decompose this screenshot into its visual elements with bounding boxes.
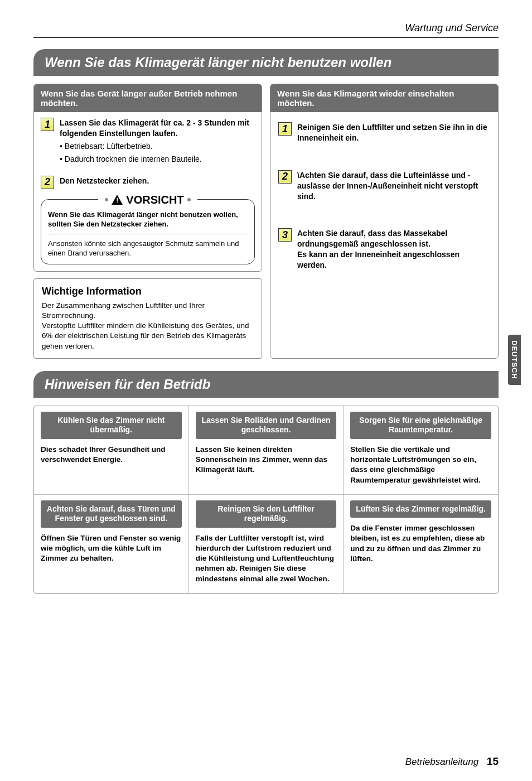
tip-body: Öffnen Sie Türen und Fenster so wenig wi… (41, 533, 182, 564)
tip-cell: Sorgen Sie für eine gleichmäßige Raumtem… (343, 406, 498, 494)
tip-header: Sorgen Sie für eine gleichmäßige Raumtem… (350, 412, 491, 439)
left-column: Wenn Sie das Gerät länger außer Betrieb … (33, 84, 262, 359)
left-card: Wenn Sie das Gerät länger außer Betrieb … (33, 84, 262, 272)
right-step-2: 2 \Achten Sie darauf, dass die Lufteinlä… (270, 160, 498, 219)
section1-columns: Wenn Sie das Gerät länger außer Betrieb … (33, 84, 499, 359)
left-step-1: 1 Lassen Sie das Klimagerät für ca. 2 - … (34, 112, 262, 170)
warning-triangle-icon (112, 195, 123, 205)
footer-label: Betriebsanleitung (405, 756, 478, 767)
caution-bold: Wenn Sie das Klimagerät länger nicht ben… (48, 210, 248, 229)
left-step-2-body: Den Netzstecker ziehen. (60, 176, 149, 186)
tip-cell: Achten Sie darauf, dass Türen und Fenste… (34, 495, 188, 593)
caution-title: VORSICHT (98, 192, 197, 208)
right-card-header: Wenn Sie das Klimagerät wieder einschalt… (270, 84, 498, 112)
info-title: Wichtige Information (42, 286, 254, 297)
info-p1: Der Zusammenhang zwischen Luftfilter und… (42, 301, 254, 321)
tip-body: Dies schadet Ihrer Gesundheit und versch… (41, 445, 182, 465)
right-step-2-body: \Achten Sie darauf, dass die Lufteinläss… (297, 170, 490, 202)
tip-body: Da die Fenster immer geschlossen bleiben… (350, 523, 491, 564)
tip-body: Lassen Sie keinen direkten Sonnenschein … (196, 445, 337, 475)
left-step-2: 2 Den Netzstecker ziehen. (34, 170, 262, 195)
step-number-icon: 2 (278, 170, 292, 184)
caution-title-wrap: VORSICHT (41, 192, 254, 208)
info-p2: Verstopfte Luftfilter mindern die Kühlle… (42, 321, 254, 351)
caution-text: Ansonsten könnte sich angesaugter Schmut… (48, 239, 248, 258)
left-step-1-title: Lassen Sie das Klimagerät für ca. 2 - 3 … (60, 118, 255, 139)
tip-body: Falls der Luftfilter verstopft ist, wird… (196, 533, 337, 584)
tip-header: Kühlen Sie das Zimmer nicht übermäßig. (41, 412, 182, 439)
tip-header: Reinigen Sie den Luftfilter regelmäßig. (196, 500, 337, 528)
left-step-1-bullet-1: • Betriebsart: Lüfterbetrieb. (60, 141, 255, 152)
left-step-1-body: Lassen Sie das Klimagerät für ca. 2 - 3 … (60, 118, 255, 165)
tip-cell: Lassen Sie Rolläden und Gardinen geschlo… (188, 406, 344, 494)
caution-label: VORSICHT (126, 192, 183, 208)
right-step-2-text: \Achten Sie darauf, dass die Lufteinläss… (297, 170, 490, 202)
caution-box: VORSICHT Wenn Sie das Klimagerät länger … (41, 199, 255, 264)
language-tab: DEUTSCH (508, 335, 521, 385)
table-row: Kühlen Sie das Zimmer nicht übermäßig. D… (34, 406, 498, 494)
header-rule: Wartung und Service (33, 22, 499, 38)
divider (48, 234, 248, 234)
info-card: Wichtige Information Der Zusammenhang zw… (33, 278, 262, 359)
page-number: 15 (487, 755, 499, 767)
tip-body: Stellen Sie die vertikale und horizontal… (350, 445, 491, 485)
footer: Betriebsanleitung 15 (405, 755, 499, 768)
step-number-icon: 1 (278, 122, 292, 136)
dot-icon (105, 198, 108, 201)
dot-icon (187, 198, 191, 201)
section2-title: Hinweisen für den Betridb (33, 371, 499, 398)
tip-cell: Lüften Sie das Zimmer regelmäßig. Da die… (343, 495, 498, 593)
left-step-2-title: Den Netzstecker ziehen. (60, 176, 149, 186)
running-head: Wartung und Service (33, 22, 499, 34)
tip-header: Lüften Sie das Zimmer regelmäßig. (350, 500, 491, 518)
right-step-3-text: Achten Sie darauf, dass das Massekabel o… (297, 228, 490, 271)
right-step-3-body: Achten Sie darauf, dass das Massekabel o… (297, 228, 490, 271)
table-row: Achten Sie darauf, dass Türen und Fenste… (34, 494, 498, 593)
tip-cell: Kühlen Sie das Zimmer nicht übermäßig. D… (34, 406, 188, 494)
right-card: Wenn Sie das Klimagerät wieder einschalt… (270, 84, 499, 359)
right-step-1-body: Reinigen Sie den Luftfilter und setzen S… (297, 122, 490, 143)
left-step-1-bullet-2: • Dadurch trocknen die internen Bauteile… (60, 154, 255, 165)
right-column: Wenn Sie das Klimagerät wieder einschalt… (270, 84, 499, 359)
section1-title: Wenn Sie das Klimagerät länger nicht ben… (33, 49, 499, 76)
left-card-header: Wenn Sie das Gerät länger außer Betrieb … (34, 84, 262, 112)
tips-table: Kühlen Sie das Zimmer nicht übermäßig. D… (33, 406, 499, 594)
step-number-icon: 1 (41, 118, 54, 131)
tip-cell: Reinigen Sie den Luftfilter regelmäßig. … (188, 495, 344, 593)
right-step-3: 3 Achten Sie darauf, dass das Massekabel… (270, 218, 498, 287)
tip-header: Lassen Sie Rolläden und Gardinen geschlo… (196, 412, 337, 439)
step-number-icon: 3 (278, 228, 292, 242)
right-step-1: 1 Reinigen Sie den Luftfilter und setzen… (270, 112, 498, 160)
step-number-icon: 2 (41, 176, 54, 189)
tip-header: Achten Sie darauf, dass Türen und Fenste… (41, 500, 182, 528)
right-step-1-text: Reinigen Sie den Luftfilter und setzen S… (297, 122, 490, 143)
